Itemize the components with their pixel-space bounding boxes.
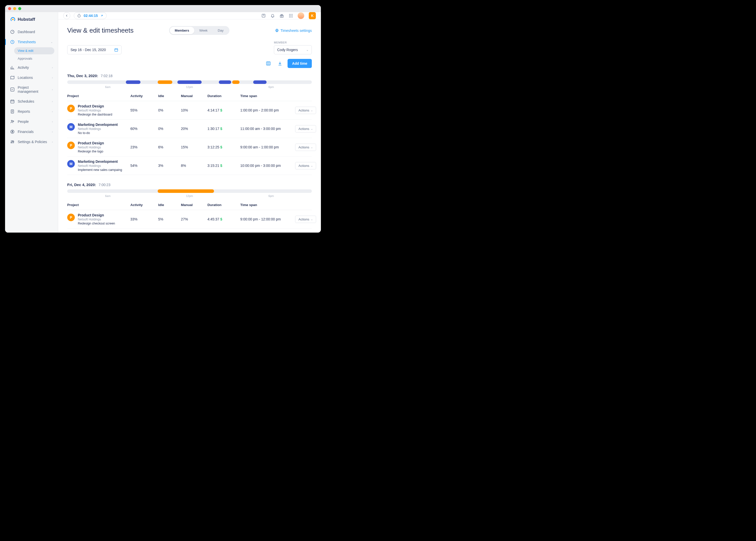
bell-icon[interactable] bbox=[270, 13, 275, 18]
idle-cell: 0% bbox=[158, 127, 181, 131]
row-actions-button[interactable]: Actions⌄ bbox=[295, 107, 316, 114]
gift-icon[interactable] bbox=[279, 13, 284, 18]
user-avatar[interactable] bbox=[298, 12, 304, 19]
member-select[interactable]: Cody Rogers ⌄ bbox=[274, 45, 312, 54]
arrow-left-icon bbox=[65, 14, 69, 17]
column-header: Project bbox=[67, 203, 130, 207]
money-icon: $ bbox=[220, 164, 222, 168]
sliders-icon bbox=[10, 140, 15, 144]
date-range-picker[interactable]: Sep 16 - Dec 15, 2020 bbox=[67, 45, 122, 54]
chevron-down-icon: ⌄ bbox=[306, 48, 309, 52]
svg-point-22 bbox=[291, 17, 291, 17]
timeline-label: 12pm bbox=[186, 195, 193, 198]
minimize-window-icon[interactable] bbox=[13, 7, 16, 10]
nav-label: Financials bbox=[18, 130, 34, 134]
idle-cell: 0% bbox=[158, 108, 181, 112]
view-toggle: Members Week Day bbox=[169, 26, 229, 35]
row-actions-button[interactable]: Actions⌄ bbox=[295, 125, 316, 133]
column-header: Manual bbox=[181, 203, 207, 207]
timesheets-settings-link[interactable]: Timesheets settings bbox=[275, 29, 312, 33]
nav-settings-policies[interactable]: Settings & Policies › bbox=[5, 137, 58, 147]
table-row: M Marketing Development Netsoft Holdings… bbox=[67, 157, 312, 175]
day-header: Thu, Dec 3, 2020: 7:02:18 bbox=[67, 74, 312, 78]
column-header: Manual bbox=[181, 94, 207, 98]
table-row: M Marketing Development Netsoft Holdings… bbox=[67, 120, 312, 138]
topbar: 02:44:15 K bbox=[58, 12, 321, 19]
svg-point-9 bbox=[11, 142, 12, 143]
back-button[interactable] bbox=[63, 12, 70, 19]
nav-project-management[interactable]: Project management › bbox=[5, 83, 58, 96]
actions-label: Actions bbox=[298, 127, 309, 131]
nav-dashboard[interactable]: Dashboard bbox=[5, 27, 58, 37]
nav-label: Dashboard bbox=[18, 30, 35, 34]
main: 02:44:15 K View & edit timesheets Member bbox=[58, 12, 321, 233]
column-header: Idle bbox=[158, 203, 181, 207]
nav-people[interactable]: People › bbox=[5, 117, 58, 127]
settings-link-label: Timesheets settings bbox=[281, 29, 312, 33]
brand-logo-icon bbox=[10, 17, 16, 22]
column-header: Time span bbox=[240, 203, 293, 207]
tab-members[interactable]: Members bbox=[170, 27, 194, 34]
manual-cell: 10% bbox=[181, 108, 207, 112]
duration-cell: 4:14:17 $ bbox=[207, 108, 240, 112]
nav-activity[interactable]: Activity › bbox=[5, 62, 58, 73]
project-task: No to-do bbox=[78, 131, 118, 135]
svg-point-20 bbox=[292, 15, 293, 16]
actions-label: Actions bbox=[298, 109, 309, 112]
chevron-right-icon: › bbox=[52, 100, 53, 103]
nav-locations[interactable]: Locations › bbox=[5, 73, 58, 83]
nav-financials[interactable]: Financials › bbox=[5, 127, 58, 137]
subnav-approvals[interactable]: Approvals bbox=[5, 55, 58, 62]
nav-label: People bbox=[18, 120, 29, 124]
tab-week[interactable]: Week bbox=[194, 27, 213, 34]
apps-grid-icon[interactable] bbox=[289, 13, 293, 18]
svg-point-24 bbox=[276, 30, 277, 31]
nav-reports[interactable]: Reports › bbox=[5, 106, 58, 117]
row-actions-button[interactable]: Actions⌄ bbox=[295, 144, 316, 151]
content: View & edit timesheets Members Week Day … bbox=[58, 19, 321, 233]
day-total: 7:00:23 bbox=[99, 183, 111, 187]
row-actions-button[interactable]: Actions⌄ bbox=[295, 216, 316, 223]
checklist-icon bbox=[10, 87, 15, 92]
document-icon bbox=[10, 109, 15, 114]
timeline-segment bbox=[158, 80, 172, 84]
close-window-icon[interactable] bbox=[8, 7, 11, 10]
column-header: Duration bbox=[207, 94, 240, 98]
project-avatar: M bbox=[67, 160, 75, 168]
column-header: Time span bbox=[240, 94, 293, 98]
activity-cell: 54% bbox=[130, 164, 158, 168]
day-date: Fri, Dec 4, 2020: bbox=[67, 183, 96, 187]
calendar-icon bbox=[10, 99, 15, 104]
project-avatar: P bbox=[67, 105, 75, 112]
actions-label: Actions bbox=[298, 145, 309, 149]
chevron-right-icon: › bbox=[52, 120, 53, 123]
idle-cell: 5% bbox=[158, 217, 181, 221]
timer-widget[interactable]: 02:44:15 bbox=[74, 12, 107, 19]
titlebar bbox=[5, 5, 321, 12]
nav-label: Project management bbox=[18, 86, 49, 94]
help-icon[interactable] bbox=[261, 13, 266, 18]
row-actions-button[interactable]: Actions⌄ bbox=[295, 162, 316, 169]
chevron-down-icon: ⌄ bbox=[311, 109, 313, 112]
brand-text: Hubstaff bbox=[18, 17, 35, 22]
timeline-label: 12pm bbox=[186, 86, 193, 89]
nav-label: Activity bbox=[18, 66, 29, 70]
download-button[interactable] bbox=[276, 59, 284, 68]
column-header: Activity bbox=[130, 203, 158, 207]
nav-schedules[interactable]: Schedules › bbox=[5, 96, 58, 106]
map-icon bbox=[10, 75, 15, 80]
columns-button[interactable] bbox=[264, 59, 272, 68]
tab-day[interactable]: Day bbox=[213, 27, 229, 34]
project-name: Marketing Development bbox=[78, 160, 122, 164]
table-row: P Product Design Netsoft Holdings Redesi… bbox=[67, 138, 312, 157]
timeline-labels: 6am12pm6pm bbox=[67, 194, 312, 200]
org-badge[interactable]: K bbox=[309, 12, 316, 19]
project-avatar: M bbox=[67, 123, 75, 131]
add-time-button[interactable]: Add time bbox=[288, 59, 312, 68]
timeline-segment bbox=[253, 80, 267, 84]
maximize-window-icon[interactable] bbox=[18, 7, 21, 10]
timeline-label: 6pm bbox=[269, 86, 274, 89]
subnav-view-edit[interactable]: View & edit bbox=[14, 47, 54, 54]
nav-timesheets[interactable]: Timesheets ⌄ bbox=[5, 37, 58, 47]
timeline-segment bbox=[158, 189, 214, 193]
